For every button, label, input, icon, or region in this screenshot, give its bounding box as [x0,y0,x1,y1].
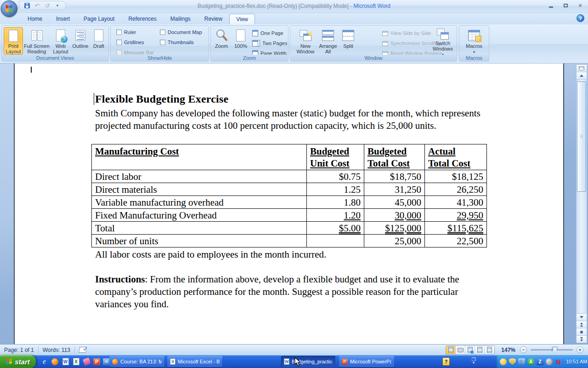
zoom-in-button[interactable]: + [577,346,583,353]
task-button-word-active[interactable]: Budgeting_practice-fl... [281,356,335,367]
tab-view[interactable]: View [229,14,255,25]
clock[interactable]: 10:51 AM [566,359,587,364]
excel-icon[interactable] [72,358,80,366]
draft-button[interactable]: Draft [90,27,107,55]
green-a-icon[interactable] [527,358,534,365]
system-tray: 10:51 AM [496,355,588,368]
task-button-browser[interactable]: Course: BA 213: Man... [109,356,164,367]
print-layout-view-button[interactable] [446,346,456,354]
wrench-icon[interactable] [518,358,525,365]
page-indicator[interactable]: Page: 1 of 1 [0,345,38,355]
tab-mailings[interactable]: Mailings [164,13,198,24]
smiley-icon[interactable] [500,358,507,365]
cell-value: 29,950 [425,209,487,222]
shield-icon[interactable] [509,358,516,365]
start-button[interactable]: start [0,355,36,368]
cell-value: $18,750 [364,170,425,183]
undo-icon[interactable]: ↶ [34,2,41,9]
minimize-button[interactable] [547,2,555,9]
sphere-icon[interactable] [546,358,553,365]
thumbnails-checkbox[interactable]: Thumbnails [160,40,194,45]
zoom-level[interactable]: 147% [501,347,515,353]
save-icon[interactable] [23,2,31,9]
taskbar-expand-icon[interactable] [470,358,477,365]
restore-button[interactable] [561,2,570,9]
outlook-icon[interactable] [103,358,110,365]
zoom-button[interactable]: Zoom [213,27,230,55]
outline-button[interactable]: Outline [71,27,90,55]
zoom-100-label: 100% [234,43,247,49]
table-header-row: Manufacturing Cost BudgetedUnit Cost Bud… [92,144,487,170]
help-icon[interactable]: ? [577,14,584,22]
task-button-excel[interactable]: Microsoft Excel - Bud... [167,356,222,367]
gridlines-checkbox[interactable]: Gridlines [116,40,144,45]
row-label: Number of units [92,235,307,247]
cell-value: $115,625 [425,222,487,235]
checkbox-icon [160,29,165,35]
draft-view-button[interactable] [485,346,494,354]
word-icon[interactable] [62,358,69,366]
ruler-checkbox[interactable]: Ruler [116,29,136,35]
spellcheck-status-icon[interactable] [75,345,90,355]
close-button[interactable]: ✕ [576,2,584,9]
scrollbar-bottom-buttons [577,313,587,343]
next-page-button[interactable] [577,335,587,343]
header-budgeted-unit-cost: BudgetedUnit Cost [307,144,364,170]
split-button[interactable]: Split [340,27,356,55]
group-label-document-views: Document Views [2,55,108,61]
select-browse-object-button[interactable] [577,328,587,335]
help-tray-icon[interactable] [442,357,450,366]
full-screen-reading-button[interactable]: Full Screen Reading [24,27,50,55]
internet-explorer-icon[interactable] [40,358,48,366]
full-screen-reading-view-button[interactable] [456,346,465,354]
qat-customize-arrow-icon[interactable]: ▾ [54,2,61,9]
document-map-checkbox[interactable]: Document Map [160,29,202,35]
office-button[interactable] [1,0,17,17]
tab-page-layout[interactable]: Page Layout [77,13,121,24]
word-count-indicator[interactable]: Words: 113 [39,345,74,355]
macros-button[interactable]: Macros [463,27,485,55]
window-title: Budgeting_practice-flex.doc (Read-Only) … [0,3,588,9]
tab-review[interactable]: Review [198,13,229,24]
view-ruler-toggle-button[interactable] [577,65,587,72]
arrange-all-button[interactable]: Arrange All [317,27,339,55]
scrollbar-thumb[interactable] [577,81,586,192]
switch-windows-button[interactable]: Switch Windows [431,27,455,55]
tab-insert[interactable]: Insert [49,13,77,24]
powerpoint-icon[interactable] [93,358,100,365]
cell-value: $18,125 [425,170,487,183]
zoom-slider[interactable] [531,349,573,351]
redo-icon[interactable]: ↺ [44,2,51,9]
z-icon[interactable] [537,358,543,365]
cell-value: 31,250 [364,183,425,196]
new-window-button[interactable]: New Window [295,27,316,55]
task-button-powerpoint[interactable]: Microsoft PowerPoint ... [339,356,394,367]
scroll-up-button[interactable] [577,72,587,80]
cell-value: 1.25 [307,183,364,196]
zoom-slider-thumb[interactable] [553,347,557,353]
scroll-down-button[interactable] [577,313,587,321]
web-layout-view-button[interactable] [465,346,475,354]
new-window-icon [298,29,313,42]
print-layout-button[interactable]: Print Layout [4,27,23,55]
previous-page-button[interactable] [577,321,587,328]
firefox-icon[interactable] [51,358,59,366]
task-label: Microsoft PowerPoint ... [350,359,391,364]
tab-references[interactable]: References [121,13,163,24]
zoom-out-button[interactable]: − [520,346,527,353]
ruler-icon [579,66,584,70]
document-page[interactable]: Flexible Budgeting Exercise Smith Compan… [14,63,564,344]
outline-icon [73,29,88,42]
one-page-button[interactable]: One Page [252,29,283,37]
vertical-scrollbar[interactable] [576,64,587,343]
cell-value: 1.20 [307,209,364,222]
zoom-100-button[interactable]: 100% [232,27,249,55]
web-layout-button[interactable]: Web Layout [51,27,71,55]
two-pages-button[interactable]: Two Pages [252,39,287,47]
tab-home[interactable]: Home [21,13,49,24]
outline-view-button[interactable] [475,346,485,354]
cell-value: 45,000 [364,196,425,209]
key-icon[interactable] [83,358,90,366]
red-n-icon[interactable] [555,358,562,365]
group-macros: Macros Macros [459,25,489,62]
